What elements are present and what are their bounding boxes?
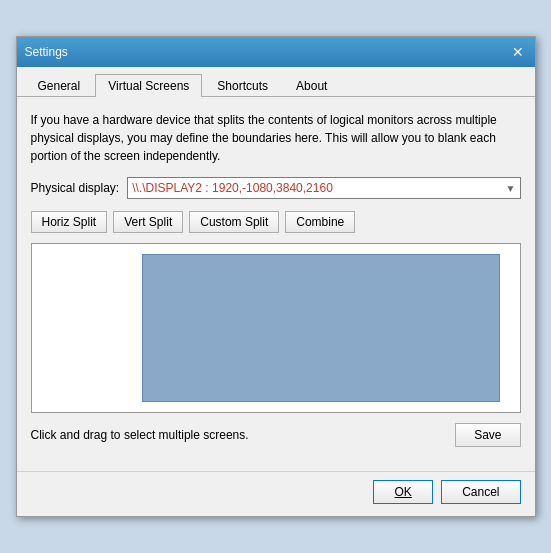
combine-button[interactable]: Combine [285, 211, 355, 233]
physical-display-row: Physical display: \\.\DISPLAY2 : 1920,-1… [31, 177, 521, 199]
canvas-hint: Click and drag to select multiple screen… [31, 428, 249, 442]
settings-window: Settings ✕ General Virtual Screens Short… [16, 36, 536, 517]
split-button-row: Horiz Split Vert Split Custom Split Comb… [31, 211, 521, 233]
close-button[interactable]: ✕ [509, 43, 527, 61]
screen-selection [142, 254, 500, 402]
dialog-footer: OK Cancel [17, 471, 535, 516]
display-select-value: \\.\DISPLAY2 : 1920,-1080,3840,2160 [132, 181, 333, 195]
tab-bar: General Virtual Screens Shortcuts About [17, 67, 535, 97]
custom-split-button[interactable]: Custom Split [189, 211, 279, 233]
window-title: Settings [25, 45, 68, 59]
info-paragraph: If you have a hardware device that split… [31, 111, 521, 165]
chevron-down-icon: ▼ [506, 183, 516, 194]
tab-content: If you have a hardware device that split… [17, 97, 535, 471]
vert-split-button[interactable]: Vert Split [113, 211, 183, 233]
tab-shortcuts[interactable]: Shortcuts [204, 74, 281, 97]
horiz-split-button[interactable]: Horiz Split [31, 211, 108, 233]
canvas-footer-row: Click and drag to select multiple screen… [31, 423, 521, 447]
title-bar: Settings ✕ [17, 37, 535, 67]
physical-display-select[interactable]: \\.\DISPLAY2 : 1920,-1080,3840,2160 ▼ [127, 177, 520, 199]
tab-virtual-screens[interactable]: Virtual Screens [95, 74, 202, 97]
tab-about[interactable]: About [283, 74, 340, 97]
save-button[interactable]: Save [455, 423, 520, 447]
ok-button[interactable]: OK [373, 480, 433, 504]
tab-general[interactable]: General [25, 74, 94, 97]
cancel-button[interactable]: Cancel [441, 480, 520, 504]
screen-canvas[interactable] [31, 243, 521, 413]
physical-display-label: Physical display: [31, 181, 120, 195]
